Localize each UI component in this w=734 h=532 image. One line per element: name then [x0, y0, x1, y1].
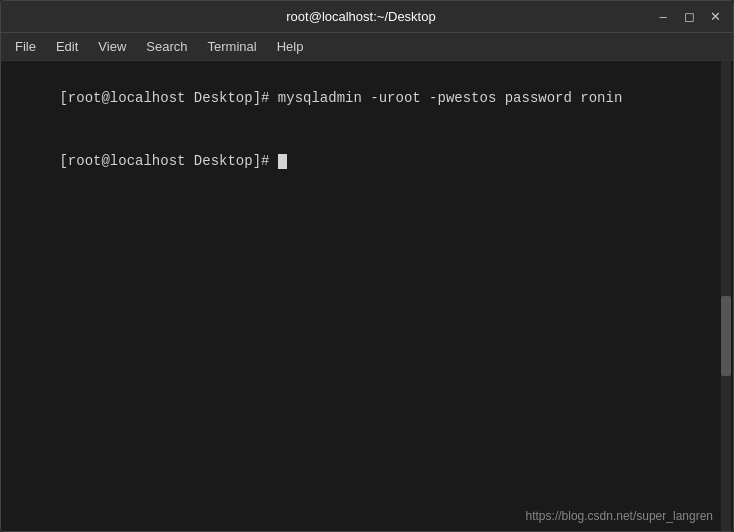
close-button[interactable]: ✕: [705, 7, 725, 27]
menu-search[interactable]: Search: [138, 37, 195, 56]
terminal-line-1: [root@localhost Desktop]# mysqladmin -ur…: [9, 67, 725, 130]
title-bar: root@localhost:~/Desktop – ◻ ✕: [1, 1, 733, 33]
terminal-line-2: [root@localhost Desktop]#: [9, 130, 725, 193]
minimize-button[interactable]: –: [653, 7, 673, 27]
maximize-button[interactable]: ◻: [679, 7, 699, 27]
cursor: [278, 154, 287, 169]
prompt-1: [root@localhost Desktop]#: [59, 90, 277, 106]
terminal-body[interactable]: [root@localhost Desktop]# mysqladmin -ur…: [1, 61, 733, 531]
command-1: mysqladmin -uroot -pwestos password roni…: [278, 90, 622, 106]
menu-help[interactable]: Help: [269, 37, 312, 56]
scrollbar[interactable]: [721, 61, 731, 531]
window-controls: – ◻ ✕: [653, 7, 725, 27]
menu-terminal[interactable]: Terminal: [200, 37, 265, 56]
menu-view[interactable]: View: [90, 37, 134, 56]
menu-bar: File Edit View Search Terminal Help: [1, 33, 733, 61]
terminal-window: root@localhost:~/Desktop – ◻ ✕ File Edit…: [0, 0, 734, 532]
menu-edit[interactable]: Edit: [48, 37, 86, 56]
scrollbar-thumb[interactable]: [721, 296, 731, 376]
window-title: root@localhost:~/Desktop: [69, 9, 653, 24]
prompt-2: [root@localhost Desktop]#: [59, 153, 277, 169]
watermark: https://blog.csdn.net/super_langren: [526, 509, 713, 523]
menu-file[interactable]: File: [7, 37, 44, 56]
